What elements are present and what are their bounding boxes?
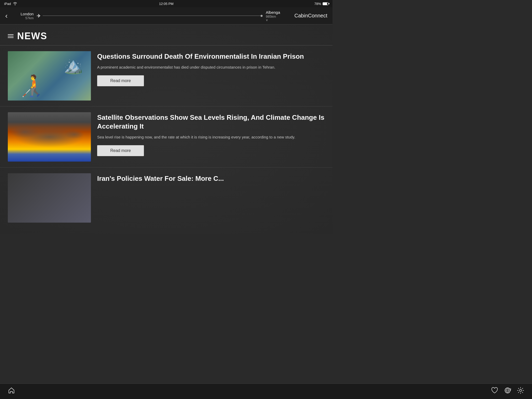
origin-city-dist: 57km [25, 16, 34, 20]
article-3-image [8, 173, 91, 223]
article-item: Questions Surround Death Of Environmenta… [0, 45, 332, 107]
news-header: NEWS [0, 24, 332, 45]
status-left: iPad [4, 2, 17, 6]
destination-block: Albenga 985km ∨ [266, 10, 287, 22]
flight-line: ✈ [34, 13, 266, 19]
origin-city: London 57km [13, 12, 34, 20]
hamburger-line-2 [8, 36, 14, 36]
destination-city-name: Albenga [266, 10, 280, 15]
article-2-title: Satellite Observations Show Sea Levels R… [97, 113, 325, 131]
battery-pct-label: 78% [314, 2, 321, 6]
article-2-content: Satellite Observations Show Sea Levels R… [97, 112, 325, 162]
article-2-image [8, 112, 91, 162]
article-2-summary: Sea level rise is happening now, and the… [97, 134, 325, 140]
wifi-status-icon [13, 2, 17, 5]
chevron-down-icon: ∨ [266, 18, 268, 22]
status-bar: iPad 12:05 PM 78% [0, 0, 332, 7]
destination-city-dist: 985km [266, 15, 276, 18]
battery-fill [323, 3, 327, 5]
origin-city-name: London [21, 12, 34, 16]
nav-bar: ‹ London 57km ✈ Albenga 985km ∨ CabinCon… [0, 7, 332, 24]
back-button[interactable]: ‹ [5, 12, 8, 20]
article-1-read-more-button[interactable]: Read more [97, 75, 144, 86]
status-right: 78% [314, 2, 328, 6]
article-item: Satellite Observations Show Sea Levels R… [0, 107, 332, 168]
flight-track [43, 16, 263, 16]
article-item-partial: Iran's Policies Water For Sale: More C..… [0, 168, 332, 225]
article-1-summary: A prominent academic and environmentalis… [97, 64, 325, 70]
article-3-title: Iran's Policies Water For Sale: More C..… [97, 174, 325, 183]
article-1-content: Questions Surround Death Of Environmenta… [97, 51, 325, 101]
hamburger-line-1 [8, 34, 14, 35]
hamburger-menu-button[interactable] [8, 34, 14, 38]
article-2-read-more-button[interactable]: Read more [97, 145, 144, 156]
article-1-image [8, 51, 91, 101]
news-section-title: NEWS [17, 31, 47, 42]
hamburger-line-3 [8, 37, 14, 38]
app-title: CabinConnect [294, 13, 327, 19]
flight-dot [261, 15, 263, 17]
status-time: 12:05 PM [159, 2, 174, 6]
article-1-title: Questions Surround Death Of Environmenta… [97, 52, 325, 61]
plane-icon: ✈ [37, 13, 41, 19]
device-label: iPad [4, 2, 11, 6]
article-3-content: Iran's Policies Water For Sale: More C..… [97, 173, 325, 223]
main-content: NEWS Questions Surround Death Of Environ… [0, 24, 332, 234]
battery-icon [323, 2, 328, 5]
destination-city: Albenga 985km [266, 10, 287, 18]
flight-info: London 57km ✈ Albenga 985km ∨ [13, 10, 287, 22]
